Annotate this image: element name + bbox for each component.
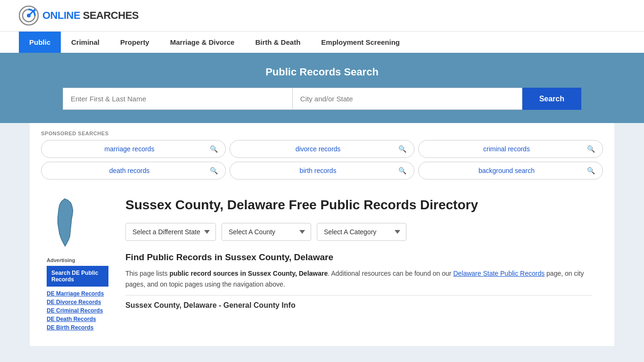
find-records-title: Find Public Records in Sussex County, De…: [125, 252, 592, 263]
ad-link-criminal[interactable]: DE Criminal Records: [47, 307, 108, 314]
ad-label: Advertising: [47, 257, 108, 263]
search-icon-2: 🔍: [587, 145, 595, 153]
nav-item-criminal[interactable]: Criminal: [61, 32, 110, 53]
main-content: Sussex County, Delaware Free Public Reco…: [114, 191, 603, 338]
state-dropdown[interactable]: Select a Different State: [125, 223, 216, 241]
search-icon-1: 🔍: [398, 145, 406, 153]
sponsored-item-divorce[interactable]: divorce records 🔍: [230, 140, 414, 158]
ad-main-link[interactable]: Search DE Public Records: [47, 266, 108, 287]
location-input[interactable]: [293, 88, 522, 110]
state-records-link[interactable]: Delaware State Public Records: [453, 270, 545, 277]
name-input[interactable]: [63, 88, 293, 110]
hero-section: Public Records Search Search: [0, 53, 644, 123]
ad-link-marriage[interactable]: DE Marriage Records: [47, 290, 108, 297]
main-nav: Public Criminal Property Marriage & Divo…: [0, 31, 644, 53]
logo-text: ONLINE SEARCHES: [42, 9, 139, 22]
nav-item-birth-death[interactable]: Birth & Death: [245, 32, 311, 53]
logo[interactable]: ONLINE SEARCHES: [19, 6, 139, 25]
sponsored-item-death[interactable]: death records 🔍: [41, 162, 226, 180]
nav-item-employment[interactable]: Employment Screening: [311, 32, 410, 53]
section-divider: [125, 295, 592, 296]
description-text: This page lists public record sources in…: [125, 268, 592, 289]
search-bar: Search: [63, 88, 581, 110]
hero-title: Public Records Search: [19, 66, 625, 78]
sponsored-item-marriage[interactable]: marriage records 🔍: [41, 140, 226, 158]
search-icon-5: 🔍: [587, 167, 595, 174]
ad-link-divorce[interactable]: DE Divorce Records: [47, 299, 108, 305]
search-icon-4: 🔍: [398, 167, 406, 174]
sponsored-grid: marriage records 🔍 divorce records 🔍 cri…: [41, 140, 603, 180]
dropdown-row: Select a Different State Select A County…: [125, 223, 592, 241]
county-dropdown[interactable]: Select A County: [222, 223, 311, 241]
search-icon-0: 🔍: [210, 145, 218, 153]
sponsored-label: SPONSORED SEARCHES: [41, 131, 603, 136]
sponsored-item-criminal[interactable]: criminal records 🔍: [418, 140, 603, 158]
sponsored-item-background[interactable]: background search 🔍: [418, 162, 603, 180]
logo-icon: [19, 6, 39, 25]
delaware-map-svg: [47, 197, 84, 248]
content-area: SPONSORED SEARCHES marriage records 🔍 di…: [30, 123, 614, 346]
ad-link-birth[interactable]: DE Birth Records: [47, 324, 108, 331]
page-body: Advertising Search DE Public Records DE …: [41, 191, 603, 338]
page-title: Sussex County, Delaware Free Public Reco…: [125, 197, 592, 214]
nav-item-marriage-divorce[interactable]: Marriage & Divorce: [160, 32, 245, 53]
search-button[interactable]: Search: [522, 88, 581, 110]
nav-item-public[interactable]: Public: [19, 32, 61, 53]
search-icon-3: 🔍: [210, 167, 218, 174]
county-info-title: Sussex County, Delaware - General County…: [125, 301, 592, 310]
ad-section: Advertising Search DE Public Records DE …: [47, 257, 108, 331]
nav-item-property[interactable]: Property: [110, 32, 160, 53]
category-dropdown[interactable]: Select A Category: [317, 223, 406, 241]
content-wrapper: SPONSORED SEARCHES marriage records 🔍 di…: [30, 123, 614, 346]
header: ONLINE SEARCHES: [0, 0, 644, 31]
ad-link-death[interactable]: DE Death Records: [47, 316, 108, 322]
state-map: [47, 197, 108, 250]
sidebar: Advertising Search DE Public Records DE …: [41, 191, 114, 338]
sponsored-item-birth[interactable]: birth records 🔍: [230, 162, 414, 180]
